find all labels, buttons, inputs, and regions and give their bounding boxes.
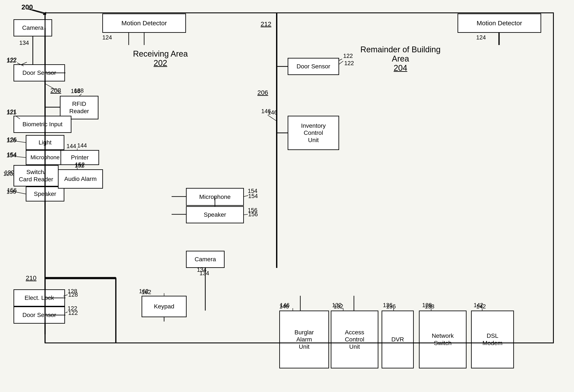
microphone-1-box: Microphone (26, 150, 64, 165)
speaker-1-ref: 156 (6, 189, 16, 195)
camera-1-ref: 134 (19, 40, 29, 46)
motion-detector-2-ref: 124 (476, 34, 486, 41)
area-remainder-label: Remainder of Building (360, 45, 441, 54)
burglar-alarm-box: BurglarAlarmUnit (279, 311, 329, 368)
area-receiving: Receiving Area 202 (133, 49, 188, 68)
speaker-2-ref: 156 (248, 211, 258, 218)
door-sensor-3-ref: 122 (68, 310, 78, 316)
ref-208: 208 (50, 87, 61, 94)
camera-1-box: Camera (14, 19, 52, 37)
door-sensor-2-ref: 122 (344, 60, 354, 67)
switch-card-reader-box: Switch/Card Reader (14, 165, 59, 186)
door-sensor-1-ref: 122 (6, 58, 16, 64)
inventory-control-ref: 146 (268, 109, 277, 116)
area-receiving-ref: 202 (133, 59, 188, 68)
light-box: Light (26, 135, 64, 150)
audio-alarm-box: Audio Alarm (58, 169, 103, 189)
inventory-control-box: InventoryControlUnit (288, 116, 339, 150)
dvr-box: DVR (382, 311, 414, 368)
printer-ref: 144 (66, 143, 76, 150)
microphone-1-ref: 154 (6, 152, 16, 159)
microphone-2-ref1: 154 (248, 193, 258, 199)
area-remainder-label2: Area (360, 54, 441, 63)
diagram: 200 Receiving Area 202 Remainder of Buil… (0, 0, 574, 392)
microphone-2-box: Microphone (186, 188, 244, 206)
area-remainder: Remainder of Building Area 204 (360, 45, 441, 73)
ref-212: 212 (261, 20, 271, 28)
speaker-2-box: Speaker (186, 206, 244, 223)
rfid-reader-ref: 168 (71, 88, 81, 95)
biometric-input-ref: 121 (6, 109, 16, 116)
access-control-box: AccessControlUnit (331, 311, 378, 368)
svg-line-26 (339, 61, 343, 64)
area-remainder-ref: 204 (360, 63, 441, 73)
dvr-ref: 136 (386, 303, 396, 310)
svg-line-7 (32, 10, 46, 13)
elect-lock-ref: 128 (68, 292, 78, 298)
light-ref: 126 (6, 137, 16, 144)
dsl-modem-box: DSLModem (471, 311, 514, 368)
audio-alarm-ref: 152 (75, 162, 84, 169)
door-sensor-1-box: Door Sensor (14, 64, 65, 81)
door-sensor-2-box: Door Sensor (288, 58, 339, 75)
ref-210: 210 (26, 274, 37, 282)
door-sensor-3-box: Door Sensor (14, 307, 65, 324)
camera-2-ref: 134 (200, 270, 209, 277)
motion-detector-2-box: Motion Detector (457, 14, 541, 33)
elect-lock-box: Elect. Lock (14, 289, 65, 307)
camera-2-box: Camera (186, 251, 225, 268)
motion-detector-1-box: Motion Detector (102, 14, 186, 33)
area-receiving-label: Receiving Area (133, 49, 188, 59)
motion-detector-1-ref: 124 (102, 34, 112, 41)
ref-206: 206 (257, 89, 268, 96)
network-switch-box: NetworkSwitch (419, 311, 467, 368)
speaker-1-box: Speaker (26, 186, 64, 201)
biometric-input-box: Biometric Input (14, 116, 71, 133)
burglar-alarm-ref: 146 (279, 303, 289, 310)
ref-200: 200 (21, 3, 33, 11)
switch-card-reader-ref: 120 (4, 169, 14, 176)
access-control-ref: 132 (333, 303, 343, 310)
network-switch-ref: 138 (425, 303, 434, 310)
dsl-modem-ref: 142 (476, 303, 486, 310)
keypad-box: Keypad (142, 296, 187, 317)
keypad-ref: 162 (142, 289, 151, 295)
